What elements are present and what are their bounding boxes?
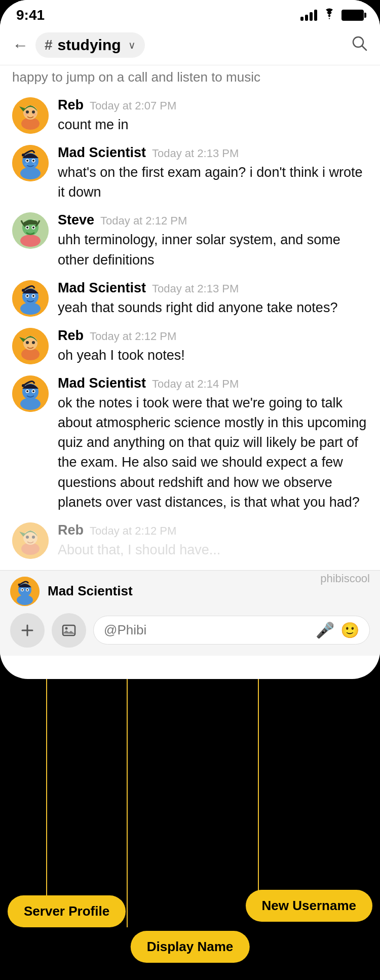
message-input-container: 🎤 🙂: [93, 616, 370, 645]
svg-point-19: [22, 154, 25, 157]
microphone-icon[interactable]: 🎤: [316, 621, 334, 639]
message-timestamp: Today at 2:14 PM: [152, 378, 239, 391]
svg-point-48: [26, 390, 28, 392]
status-bar: 9:41: [0, 0, 380, 27]
message-content: Reb Today at 2:12 PM About that, I shoul…: [58, 522, 368, 560]
typing-indicator: Mad Scientist phibiscool: [10, 577, 370, 606]
status-icons: [300, 8, 364, 22]
svg-point-12: [20, 167, 41, 179]
svg-point-59: [17, 595, 33, 605]
svg-rect-67: [63, 625, 75, 635]
message-row: Mad Scientist Today at 2:14 PM ok the no…: [0, 370, 380, 517]
svg-point-68: [65, 627, 68, 629]
phone-frame: 9:41 ← # studying ∨: [0, 0, 380, 679]
message-username: Mad Scientist: [58, 280, 146, 296]
avatar: [12, 97, 49, 134]
message-input[interactable]: [104, 622, 310, 638]
message-username: Mad Scientist: [58, 375, 146, 391]
message-text: uhh terminology, inner solar system, and…: [58, 230, 368, 270]
svg-point-16: [32, 160, 34, 162]
annotation-area: Server Profile Display Name New Username: [0, 679, 380, 980]
message-row: Reb Today at 2:07 PM count me in: [0, 92, 380, 140]
message-content: Reb Today at 2:12 PM oh yeah I took note…: [58, 328, 368, 365]
message-row: Steve Today at 2:12 PM uhh terminology, …: [0, 207, 380, 275]
svg-point-36: [22, 289, 25, 292]
message-text: oh yeah I took notes!: [58, 346, 368, 365]
avatar: [12, 522, 49, 559]
message-content: Steve Today at 2:12 PM uhh terminology, …: [58, 212, 368, 270]
display-name-badge[interactable]: Display Name: [131, 931, 250, 963]
messages-area: happy to jump on a call and listen to mu…: [0, 65, 380, 570]
message-timestamp: Today at 2:12 PM: [90, 330, 176, 343]
typing-text-area: Mad Scientist phibiscool: [48, 583, 370, 599]
status-time: 9:41: [16, 7, 45, 23]
svg-point-22: [20, 235, 41, 247]
message-row: Mad Scientist Today at 2:13 PM what's on…: [0, 140, 380, 207]
svg-point-6: [26, 110, 29, 114]
svg-point-18: [32, 163, 36, 166]
input-row: 🎤 🙂: [10, 613, 370, 648]
message-row: Reb Today at 2:12 PM oh yeah I took note…: [0, 323, 380, 370]
svg-point-42: [32, 341, 35, 344]
channel-name: studying: [58, 36, 121, 54]
channel-header: ← # studying ∨: [0, 27, 380, 65]
back-button[interactable]: ←: [12, 36, 28, 55]
avatar: [12, 328, 49, 364]
svg-point-7: [32, 110, 35, 114]
annotation-line-3: [258, 679, 259, 897]
message-row: Mad Scientist Today at 2:13 PM yeah that…: [0, 275, 380, 323]
server-profile-badge[interactable]: Server Profile: [8, 895, 126, 927]
avatar: [12, 212, 49, 249]
svg-point-17: [24, 163, 28, 166]
message-timestamp: Today at 2:12 PM: [90, 524, 176, 538]
svg-point-62: [22, 589, 23, 590]
message-row: Reb Today at 2:12 PM About that, I shoul…: [0, 517, 380, 565]
message-username: Reb: [58, 328, 84, 344]
message-username: Mad Scientist: [58, 145, 146, 161]
message-text: count me in: [58, 115, 368, 135]
add-button[interactable]: [10, 613, 45, 648]
svg-point-28: [31, 220, 37, 224]
svg-point-0: [353, 37, 363, 47]
svg-point-35: [32, 295, 34, 297]
avatar: [12, 375, 49, 412]
message-username: Reb: [58, 522, 84, 538]
svg-point-64: [18, 583, 21, 586]
wifi-icon: [322, 8, 336, 22]
image-button[interactable]: [52, 613, 86, 648]
battery-icon: [341, 10, 364, 21]
svg-point-31: [20, 303, 41, 315]
svg-point-45: [20, 398, 41, 410]
channel-hash-icon: #: [45, 37, 53, 53]
svg-point-41: [26, 341, 29, 344]
svg-point-15: [26, 160, 28, 162]
message-timestamp: Today at 2:12 PM: [100, 214, 187, 228]
svg-point-26: [32, 227, 34, 229]
svg-line-1: [362, 46, 366, 50]
truncated-message: happy to jump on a call and listen to mu…: [0, 65, 380, 92]
new-username-badge[interactable]: New Username: [246, 890, 372, 922]
svg-point-55: [26, 536, 29, 539]
avatar: [12, 280, 49, 317]
svg-point-56: [32, 536, 35, 539]
svg-point-49: [32, 390, 34, 392]
message-content: Reb Today at 2:07 PM count me in: [58, 97, 368, 135]
search-button[interactable]: [351, 34, 368, 56]
typing-subtext: phibiscool: [320, 572, 370, 585]
emoji-icon[interactable]: 🙂: [340, 621, 359, 639]
typing-username: Mad Scientist: [48, 583, 133, 598]
channel-pill[interactable]: # studying ∨: [35, 32, 145, 58]
svg-point-50: [22, 384, 25, 387]
message-text: yeah that sounds right did anyone take n…: [58, 298, 368, 318]
message-text: About that, I should have...: [58, 540, 368, 560]
message-content: Mad Scientist Today at 2:14 PM ok the no…: [58, 375, 368, 512]
svg-point-8: [24, 114, 28, 116]
bottom-bar: Mad Scientist phibiscool 🎤: [0, 570, 380, 656]
message-username: Reb: [58, 97, 84, 113]
message-timestamp: Today at 2:13 PM: [152, 147, 239, 160]
message-content: Mad Scientist Today at 2:13 PM what's on…: [58, 145, 368, 202]
message-text: ok the notes i took were that we're goin…: [58, 393, 368, 512]
message-content: Mad Scientist Today at 2:13 PM yeah that…: [58, 280, 368, 318]
signal-icon: [300, 10, 317, 21]
avatar: [12, 145, 49, 181]
